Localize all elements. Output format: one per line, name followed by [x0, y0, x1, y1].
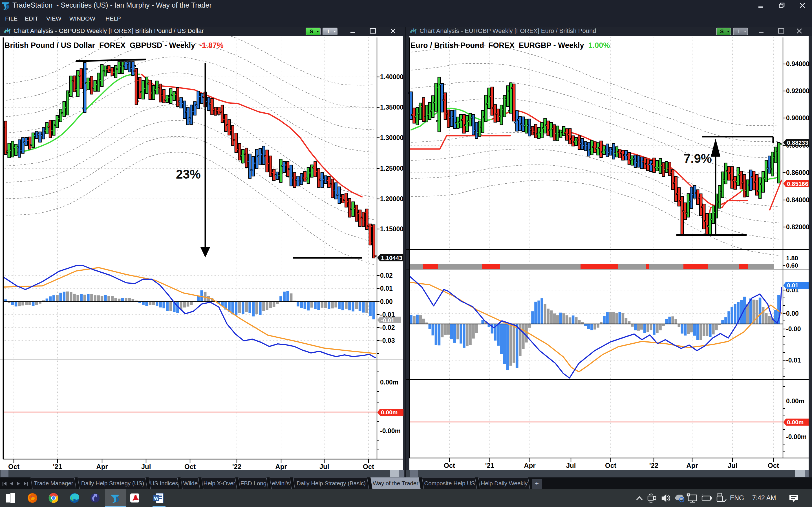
svg-text:Jul: Jul [566, 462, 576, 469]
svg-text:Jul: Jul [728, 462, 738, 469]
svg-text:Euro / British Pound FOREX E: Euro / British Pound FOREX EURGBP - Week… [410, 41, 610, 50]
svg-text:-0.02: -0.02 [380, 324, 395, 331]
svg-text:0.00: 0.00 [380, 298, 393, 305]
svg-text:Oct: Oct [605, 462, 616, 469]
svg-text:1.35000: 1.35000 [380, 104, 403, 111]
svg-text:0.94000: 0.94000 [786, 60, 809, 68]
svg-text:0.84000: 0.84000 [786, 196, 809, 204]
svg-text:I: I [738, 29, 740, 34]
svg-text:0.85166: 0.85166 [787, 180, 808, 187]
svg-text:Oct: Oct [8, 463, 19, 470]
svg-text:FILE: FILE [5, 15, 17, 22]
svg-text:FBD Long: FBD Long [241, 480, 266, 487]
svg-text:HELP: HELP [105, 15, 121, 22]
svg-text:I: I [327, 29, 329, 34]
svg-text:1.10443: 1.10443 [381, 255, 402, 261]
svg-text:-0.00m: -0.00m [786, 433, 807, 441]
svg-text:S: S [310, 29, 313, 34]
svg-text:Trade Manager: Trade Manager [34, 480, 73, 487]
svg-text:VIEW: VIEW [46, 15, 61, 22]
svg-text:Way of the Trader: Way of the Trader [373, 480, 418, 487]
svg-text:Apr: Apr [96, 463, 108, 470]
svg-text:0.01: 0.01 [787, 282, 799, 288]
svg-text:EDIT: EDIT [25, 15, 38, 22]
svg-text:S: S [720, 29, 724, 34]
svg-text:7:42 AM: 7:42 AM [752, 494, 776, 502]
svg-text:W: W [154, 496, 159, 501]
svg-text:1.20000: 1.20000 [380, 195, 403, 203]
svg-text:eMini's: eMini's [272, 480, 290, 487]
svg-text:'21: '21 [53, 463, 62, 470]
svg-text:1.30000: 1.30000 [380, 134, 403, 142]
svg-text:0.00m: 0.00m [786, 397, 804, 405]
svg-text:0.88233: 0.88233 [787, 139, 808, 146]
svg-text:0.00m: 0.00m [381, 409, 398, 415]
svg-text:Apr: Apr [524, 462, 536, 469]
svg-text:Jul: Jul [141, 463, 151, 470]
svg-text:0.92000: 0.92000 [786, 87, 809, 95]
svg-text:Help X-Over: Help X-Over [204, 480, 236, 487]
svg-text:-0.01: -0.01 [381, 317, 395, 323]
svg-text:TradeStation - Securities (US: TradeStation - Securities (US) - Ian Mur… [12, 1, 212, 9]
svg-text:0.00m: 0.00m [380, 379, 398, 386]
svg-text:Apr: Apr [275, 463, 287, 470]
svg-text:Wilde: Wilde [183, 480, 198, 487]
svg-text:0.00m: 0.00m [787, 419, 804, 425]
svg-text:Daily Help Strategy (Basic): Daily Help Strategy (Basic) [297, 480, 366, 487]
svg-text:British Pound / US Dollar FOR: British Pound / US Dollar FOREX GBPUSD -… [4, 41, 223, 50]
svg-text:'22: '22 [232, 463, 241, 470]
svg-text:-0.01: -0.01 [786, 356, 801, 364]
svg-text:Daily Help Strategy (US): Daily Help Strategy (US) [81, 480, 144, 487]
svg-text:-0.03: -0.03 [380, 337, 395, 344]
svg-text:Oct: Oct [363, 463, 374, 470]
svg-text:0.01: 0.01 [380, 285, 393, 292]
svg-text:23%: 23% [176, 167, 201, 181]
svg-text:US Indices: US Indices [150, 480, 178, 487]
svg-text:1.80: 1.80 [786, 255, 798, 262]
svg-text:'21: '21 [485, 462, 494, 469]
svg-text:WINDOW: WINDOW [69, 15, 95, 22]
svg-text:Oct: Oct [185, 463, 196, 470]
svg-text:Help Daily Weekly: Help Daily Weekly [481, 480, 528, 487]
svg-text:+: + [535, 480, 539, 487]
svg-text:0.02: 0.02 [380, 272, 393, 279]
svg-text:Oct: Oct [444, 462, 455, 469]
svg-text:1.15000: 1.15000 [380, 225, 403, 233]
svg-text:0.86000: 0.86000 [786, 169, 809, 176]
svg-text:Chart Analysis - GBPUSD Weekly: Chart Analysis - GBPUSD Weekly [FOREX] B… [13, 27, 204, 34]
svg-text:7.9%: 7.9% [684, 152, 712, 165]
svg-text:-0.00: -0.00 [786, 325, 801, 333]
svg-text:0.60: 0.60 [786, 262, 798, 269]
svg-text:Apr: Apr [686, 462, 698, 469]
svg-text:0.82000: 0.82000 [786, 223, 809, 231]
svg-text:Composite Help US: Composite Help US [424, 480, 475, 487]
svg-text:'22: '22 [649, 462, 658, 469]
svg-text:0.00: 0.00 [786, 310, 799, 317]
svg-text:Oct: Oct [768, 462, 779, 469]
svg-text:ENG: ENG [730, 494, 744, 502]
svg-text:0.90000: 0.90000 [786, 114, 809, 122]
svg-text:-0.00m: -0.00m [380, 427, 401, 435]
svg-text:Chart Analysis - EURGBP Weekly: Chart Analysis - EURGBP Weekly [FOREX] E… [419, 27, 596, 34]
svg-text:1.40000: 1.40000 [380, 73, 403, 80]
svg-text:1.25000: 1.25000 [380, 165, 403, 172]
svg-text:Jul: Jul [319, 463, 329, 470]
